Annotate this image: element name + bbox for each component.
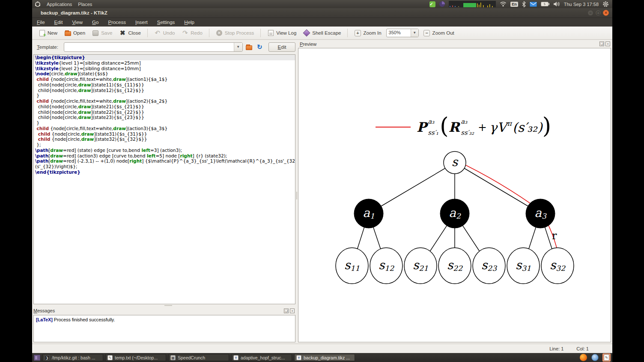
ktikz-icon: T [233,355,239,360]
code-line: child{node[circle,draw](state23){$s_{23}… [34,115,295,120]
folder-icon [246,45,252,50]
undo-button[interactable]: ↶ Undo [152,28,177,38]
code-line: \end{tikzpicture} [34,169,295,175]
menu-settings[interactable]: Settings [157,20,175,25]
template-dropdown-arrow[interactable]: ▼ [234,43,242,51]
top-panel: Applications Places ✓ En [32,0,612,8]
minimize-button[interactable]: – [587,10,593,16]
zoom-dropdown-arrow[interactable]: ▼ [411,29,418,37]
code-line: }; [34,142,295,148]
undo-icon: ↶ [154,30,161,36]
calculator-icon: ▦ [170,355,176,360]
save-button[interactable]: Save [90,28,114,38]
status-line: Line: 1 [549,346,564,351]
open-button[interactable]: Open [62,28,87,38]
code-editor[interactable]: \begin{tikzpicture}\tikzstyle{level 1}=[… [33,54,295,304]
zoom-level-combobox[interactable]: 350% ▼ [386,29,419,37]
messages-title: Messages [33,308,55,313]
status-col: Col: 1 [576,346,589,351]
zoom-in-icon: + [355,30,361,36]
wifi-icon[interactable] [500,1,507,7]
menubar: File Edit View Go Process Insert Setting… [32,18,612,27]
view-log-button[interactable]: View Log [265,28,298,38]
text-file-icon: ✎ [107,355,113,360]
menu-help[interactable]: Help [184,20,194,25]
close-button[interactable]: ✕ [603,10,609,16]
workspace-switcher[interactable] [34,355,40,361]
menu-go[interactable]: Go [92,20,98,25]
statusbar: Line: 1 Col: 1 [32,344,612,353]
close-file-icon: ✖ [119,30,126,36]
code-line: \path[draw=red] (state) edge [curve to,b… [34,148,295,153]
close-file-button[interactable]: ✖ Close [117,28,143,38]
shell-escape-button[interactable]: Shell Escape [301,28,343,38]
time-tracker-icon[interactable] [439,1,445,7]
task-terminal[interactable]: ❯ /tmp/ktikz.git : bash ... [42,354,103,361]
task-temp-txt[interactable]: ✎ temp.txt (~/Desktop... [105,354,166,361]
horizontal-splitter[interactable] [33,304,295,307]
menu-process[interactable]: Process [108,20,126,25]
menu-insert[interactable]: Insert [135,20,148,25]
applications-menu[interactable]: Applications [47,2,72,7]
keyboard-layout-indicator[interactable]: En [510,2,518,7]
menu-view[interactable]: View [72,20,83,25]
label-a2: a2 [449,206,461,220]
task-backup-diagram[interactable]: T backup_diagram.tikz ... [294,354,355,361]
template-combobox[interactable]: ▼ [64,42,243,52]
label-s31: s31 [516,258,531,273]
preview-title: Preview [300,42,316,47]
code-line: child {node[circle,draw](state31){$s_{31… [34,131,295,137]
shell-escape-icon [303,30,310,37]
stop-process-button[interactable]: ✕ Stop Process [214,28,256,38]
code-line: } [34,93,295,98]
messages-panel-header: Messages ❏ × [33,307,295,314]
session-gear-icon[interactable] [602,1,609,7]
edge-label-r: r [552,230,557,242]
panel-clock[interactable]: Thu Sep 3 17:58 [564,2,599,7]
places-menu[interactable]: Places [78,2,92,7]
view-log-icon [268,30,274,36]
template-value [64,43,234,51]
sync-status-icon[interactable]: ✓ [429,1,435,7]
desktop: Applications Places ✓ En [32,0,612,362]
preview-close-icon[interactable]: × [605,42,610,46]
preview-canvas[interactable]: P a₃ss′₁ ( R a₃ss′₃₂ + γV π (s′₃₂) ) [298,48,611,342]
ktikz-icon: T [296,355,301,360]
task-speedcrunch[interactable]: ▦ SpeedCrunch [168,354,229,361]
messages-close-icon[interactable]: × [290,309,295,313]
mail-icon[interactable] [530,2,537,7]
zoom-out-button[interactable]: − Zoom Out [421,28,456,38]
template-open-button[interactable] [245,43,253,51]
code-line: } [34,120,295,126]
messages-float-icon[interactable]: ❏ [284,309,289,313]
stop-icon: ✕ [216,30,222,36]
menu-edit[interactable]: Edit [54,20,63,25]
browser-launcher[interactable] [591,353,599,362]
template-reload-button[interactable]: ↻ [255,43,264,51]
bluetooth-icon[interactable] [522,1,526,7]
window-titlebar[interactable]: backup_diagram.tikz - KTikZ – ▢ ✕ [32,8,612,18]
maximize-button[interactable]: ▢ [595,10,601,16]
code-line: child {node[circle,fill,text=white,draw]… [34,77,295,82]
task-adaptive-hopf[interactable]: T adaptive_hopf_struc... [231,354,292,361]
editor-launcher[interactable]: ✎ [602,353,611,362]
volume-icon[interactable] [553,1,560,7]
new-button[interactable]: New [36,28,60,38]
redo-button[interactable]: ↷ Redo [179,28,205,38]
messages-log[interactable]: [LaTeX] Process finished successfully. [33,315,295,342]
preview-float-icon[interactable]: ❏ [599,42,604,46]
globe-icon [591,354,599,361]
system-monitor-applet[interactable] [449,1,496,7]
label-s22: s22 [447,258,462,273]
menu-file[interactable]: File [37,20,45,25]
editor-icon: ✎ [604,354,609,361]
template-edit-button[interactable]: Edit [268,42,295,52]
firefox-launcher[interactable] [579,353,587,362]
latex-tag: [LaTeX] [36,317,53,322]
zoom-in-button[interactable]: + Zoom In [352,28,383,38]
new-file-icon [39,30,45,36]
label-s: s [452,155,458,169]
battery-icon[interactable] [541,2,549,6]
label-a1: a1 [363,206,375,220]
window-title: backup_diagram.tikz - KTikZ [41,10,107,15]
